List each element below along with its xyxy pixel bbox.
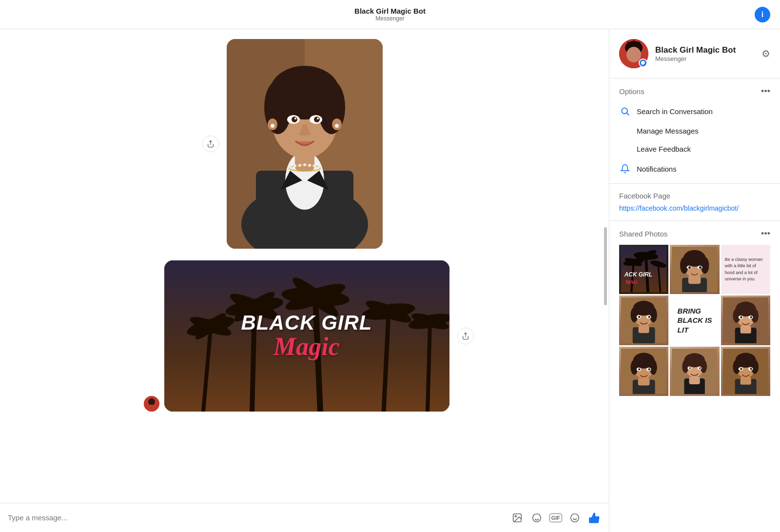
notifications-option[interactable]: Notifications: [619, 158, 770, 179]
bot-avatar-small: [144, 396, 159, 412]
scrollbar[interactable]: [604, 227, 607, 305]
svg-point-124: [701, 360, 707, 373]
photo-cell-2[interactable]: [670, 245, 719, 294]
svg-point-84: [688, 266, 691, 269]
facebook-page-section: Facebook Page https://facebook.com/black…: [609, 184, 780, 221]
bot-platform: Messenger: [655, 55, 736, 62]
svg-rect-115: [638, 378, 650, 385]
thumb-up-button[interactable]: [587, 511, 601, 525]
svg-point-90: [631, 308, 638, 323]
bottom-image-message: BLACK GIRL Magic: [164, 260, 449, 412]
options-title: Options: [619, 87, 644, 96]
svg-point-22: [335, 124, 339, 128]
svg-point-25: [294, 118, 296, 119]
svg-point-102: [751, 309, 758, 323]
chat-title: Black Girl Magic Bot: [354, 7, 426, 15]
photo-cell-6[interactable]: [721, 296, 770, 345]
svg-point-86: [699, 266, 702, 269]
svg-point-53: [515, 515, 516, 517]
svg-point-113: [650, 360, 657, 375]
message-wrapper-top: [10, 39, 599, 249]
share-icon-top[interactable]: [202, 136, 219, 152]
svg-point-141: [750, 368, 752, 370]
settings-button[interactable]: ⚙: [761, 48, 770, 59]
chat-input-area: GIF: [0, 503, 609, 532]
manage-messages-label: Manage Messages: [637, 127, 699, 135]
main-layout: BLACK GIRL Magic: [0, 29, 780, 532]
facebook-page-title: Facebook Page: [619, 192, 770, 200]
share-icon-bottom[interactable]: [457, 328, 474, 344]
search-icon: [619, 105, 631, 117]
message-input[interactable]: [8, 509, 505, 527]
photo-cell-3[interactable]: Be a classy woman with a little bit of h…: [721, 245, 770, 294]
image-attach-button[interactable]: [510, 511, 524, 525]
svg-rect-82: [688, 276, 701, 284]
svg-point-108: [750, 316, 752, 318]
leave-feedback-label: Leave Feedback: [637, 145, 691, 153]
svg-point-130: [699, 367, 701, 369]
sticker-button[interactable]: [530, 511, 544, 525]
svg-point-28: [317, 118, 319, 119]
svg-point-11: [303, 163, 306, 166]
options-section: Options ••• Search in Conversation Manag…: [609, 79, 780, 184]
svg-point-9: [293, 164, 296, 167]
svg-point-80: [701, 257, 709, 274]
svg-point-134: [733, 360, 740, 374]
leave-feedback-option[interactable]: Leave Feedback: [619, 140, 770, 158]
photo-cell-4[interactable]: [619, 296, 668, 345]
top-bar: Black Girl Magic Bot Messenger i: [0, 0, 780, 29]
svg-rect-137: [740, 377, 751, 384]
svg-point-117: [638, 368, 640, 370]
photo-cell-9[interactable]: [721, 347, 770, 396]
svg-point-8: [289, 165, 292, 168]
right-panel: Black Girl Magic Bot Messenger ⚙ Options…: [609, 29, 780, 532]
svg-point-106: [740, 316, 742, 318]
svg-line-49: [428, 324, 430, 412]
svg-point-97: [648, 316, 650, 318]
search-in-conversation-option[interactable]: Search in Conversation: [619, 100, 770, 122]
svg-text:ACK GIRL: ACK GIRL: [624, 271, 652, 278]
options-more-button[interactable]: •••: [761, 86, 770, 97]
gif-button[interactable]: GIF: [549, 513, 562, 522]
photo-cell-5[interactable]: BRINGBLACK ISLIT: [670, 296, 719, 345]
bot-avatar: [619, 39, 648, 68]
photo-cell-8[interactable]: [670, 347, 719, 396]
bot-info: Black Girl Magic Bot Messenger: [655, 45, 736, 62]
top-bar-title: Black Girl Magic Bot Messenger: [354, 7, 426, 22]
shared-photos-more-button[interactable]: •••: [761, 229, 770, 239]
svg-point-55: [571, 513, 579, 522]
shared-photos-header: Shared Photos •••: [619, 229, 770, 239]
svg-point-54: [532, 513, 541, 522]
svg-point-135: [751, 360, 758, 374]
svg-point-27: [314, 117, 320, 122]
svg-rect-93: [639, 326, 649, 333]
notifications-label: Notifications: [637, 165, 677, 173]
options-header: Options •••: [619, 86, 770, 97]
shared-photos-section: Shared Photos •••: [609, 221, 780, 396]
svg-point-119: [648, 368, 650, 370]
message-wrapper-bottom: BLACK GIRL Magic: [134, 260, 475, 412]
shared-photos-title: Shared Photos: [619, 230, 667, 238]
photos-grid: ACK GIRL MAG: [619, 245, 770, 396]
svg-point-30: [148, 398, 155, 405]
info-button[interactable]: i: [755, 7, 770, 22]
svg-point-123: [682, 360, 689, 373]
photo-cell-7[interactable]: [619, 347, 668, 396]
search-option-label: Search in Conversation: [637, 107, 713, 116]
chat-subtitle: Messenger: [354, 15, 426, 22]
svg-point-139: [740, 368, 742, 370]
manage-messages-option[interactable]: Manage Messages: [619, 122, 770, 140]
bgm-text: BLACK GIRL Magic: [241, 311, 372, 361]
svg-point-79: [680, 257, 688, 274]
photo-cell-1[interactable]: ACK GIRL MAG: [619, 245, 668, 294]
svg-point-21: [271, 124, 274, 128]
facebook-page-link[interactable]: https://facebook.com/blackgirlmagicbot/: [619, 204, 739, 212]
svg-rect-104: [740, 326, 751, 334]
emoji-button[interactable]: [568, 511, 582, 525]
svg-point-62: [622, 108, 627, 114]
svg-point-101: [733, 309, 740, 323]
svg-rect-126: [689, 376, 700, 384]
bot-header: Black Girl Magic Bot Messenger ⚙: [609, 29, 780, 79]
svg-point-128: [689, 367, 691, 369]
svg-point-10: [298, 164, 301, 167]
